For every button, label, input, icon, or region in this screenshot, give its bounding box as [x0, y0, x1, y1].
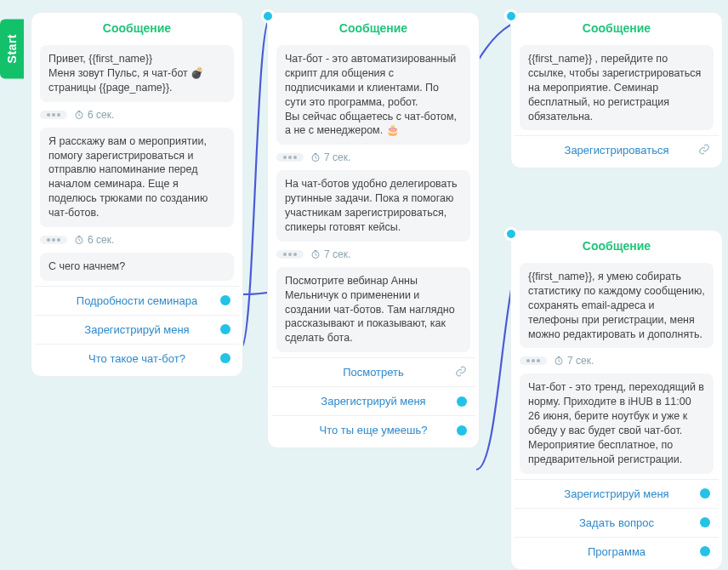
choice-button[interactable]: Зарегистрируй меня: [271, 386, 475, 415]
delay-row: 6 сек.: [31, 107, 242, 124]
message-block: Привет, {{first_name}} Меня зовут Пульс,…: [40, 45, 234, 102]
delay-row: 6 сек.: [31, 232, 242, 249]
message-card-1[interactable]: Сообщение Чат-бот - это автоматизированн…: [267, 12, 480, 448]
port-out-icon[interactable]: [700, 488, 710, 499]
message-block: Я расскажу вам о мероприятии, помогу зар…: [40, 128, 234, 227]
port-out-icon[interactable]: [220, 324, 230, 334]
card-title: Сообщение: [31, 18, 242, 42]
choice-button[interactable]: Задать вопрос: [515, 508, 719, 537]
choice-button[interactable]: Что ты еще умеешь?: [271, 415, 475, 444]
clock-icon: 6 сек.: [74, 234, 114, 246]
start-tab[interactable]: Start: [0, 19, 24, 78]
port-in-icon[interactable]: [261, 9, 275, 23]
clock-icon: 7 сек.: [310, 248, 350, 260]
card-title: Сообщение: [511, 236, 722, 259]
choice-button[interactable]: Что такое чат-бот?: [35, 344, 239, 373]
clock-icon: 7 сек.: [310, 151, 350, 163]
choice-button[interactable]: Подробности семинара: [35, 286, 239, 315]
message-card-2[interactable]: Сообщение {{first_name}} , перейдите по …: [510, 12, 723, 168]
message-card-0[interactable]: Сообщение Привет, {{first_name}} Меня зо…: [31, 12, 243, 377]
typing-icon: [40, 236, 67, 244]
typing-icon: [40, 111, 67, 119]
port-out-icon[interactable]: [700, 517, 710, 527]
delay-row: 7 сек.: [511, 353, 722, 370]
message-block: Чат-бот - это тренд, переходящий в норму…: [520, 373, 714, 473]
typing-icon: [520, 356, 547, 365]
choice-link-button[interactable]: Зарегистрироваться: [515, 135, 719, 164]
link-icon: [455, 365, 467, 379]
message-block: {{first_name}}, я умею собирать статисти…: [520, 263, 714, 348]
message-block: Чат-бот - это автоматизированный скрипт …: [276, 45, 470, 145]
delay-row: 7 сек.: [268, 150, 479, 167]
typing-icon: [276, 153, 304, 162]
port-out-icon[interactable]: [700, 546, 710, 556]
message-block: С чего начнем?: [40, 253, 234, 281]
port-out-icon[interactable]: [220, 353, 230, 363]
clock-icon: 7 сек.: [554, 355, 594, 367]
choice-button[interactable]: Зарегистрируй меня: [35, 315, 239, 344]
message-block: {{first_name}} , перейдите по ссылке, чт…: [520, 45, 714, 130]
link-icon: [698, 143, 710, 157]
clock-icon: 6 сек.: [74, 109, 114, 121]
card-title: Сообщение: [268, 18, 479, 42]
message-block: На чат-ботов удобно делегировать рутинны…: [276, 170, 470, 242]
port-out-icon[interactable]: [457, 396, 467, 407]
card-title: Сообщение: [511, 18, 722, 42]
message-card-3[interactable]: Сообщение {{first_name}}, я умею собират…: [510, 230, 723, 570]
message-block: Посмотрите вебинар Анны Мельничук о прим…: [276, 267, 470, 352]
port-in-icon[interactable]: [504, 227, 518, 241]
choice-link-button[interactable]: Посмотреть: [271, 357, 475, 386]
port-in-icon[interactable]: [504, 9, 518, 23]
port-out-icon[interactable]: [220, 295, 230, 305]
delay-row: 7 сек.: [268, 247, 479, 264]
choice-button[interactable]: Зарегистрируй меня: [515, 479, 719, 508]
port-out-icon[interactable]: [457, 425, 467, 436]
choice-button[interactable]: Программа: [515, 537, 719, 566]
typing-icon: [276, 250, 304, 259]
